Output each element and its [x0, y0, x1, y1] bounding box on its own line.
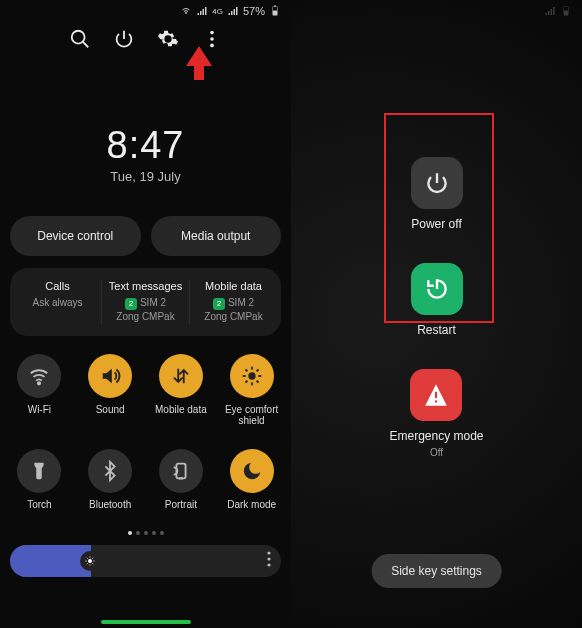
signal-icon	[544, 5, 556, 17]
power-button[interactable]	[113, 28, 135, 50]
media-output-button[interactable]: Media output	[151, 216, 282, 256]
wifi-icon	[17, 354, 61, 398]
sim-calls-col[interactable]: Calls Ask always	[14, 280, 102, 324]
clock-time: 8:47	[0, 124, 291, 167]
dark-mode-tile[interactable]: Dark mode	[218, 449, 285, 521]
clock-date: Tue, 19 July	[0, 169, 291, 184]
device-control-label: Device control	[37, 229, 113, 243]
bluetooth-icon	[88, 449, 132, 493]
battery-icon	[269, 5, 281, 17]
eye-comfort-tile[interactable]: Eye comfort shield	[218, 354, 285, 427]
sim-badge-icon: 2	[213, 298, 225, 310]
status-bar: 4G 57%	[0, 0, 291, 22]
device-control-button[interactable]: Device control	[10, 216, 141, 256]
qs-label: Mobile data	[155, 404, 207, 426]
brightness-slider[interactable]	[10, 545, 281, 577]
side-key-settings-button[interactable]: Side key settings	[371, 554, 502, 588]
emergency-icon	[410, 369, 462, 421]
svg-rect-2	[274, 6, 276, 7]
sound-tile[interactable]: Sound	[77, 354, 144, 427]
portrait-tile[interactable]: Portrait	[148, 449, 215, 521]
brightness-fill	[10, 545, 91, 577]
settings-button[interactable]	[157, 28, 179, 50]
mobile-data-icon	[159, 354, 203, 398]
sim-texts-sub: 2SIM 2Zong CMPak	[106, 296, 185, 324]
restart-label: Restart	[417, 323, 456, 337]
mobile-data-tile[interactable]: Mobile data	[148, 354, 215, 427]
restart-icon	[411, 263, 463, 315]
power-off-label: Power off	[411, 217, 461, 231]
torch-tile[interactable]: Torch	[6, 449, 73, 521]
power-menu-screen: Power off Restart Emergency mode Off Sid…	[291, 0, 582, 628]
sim-data-title: Mobile data	[194, 280, 273, 292]
search-button[interactable]	[69, 28, 91, 50]
more-button[interactable]	[201, 28, 223, 50]
sim-data-col[interactable]: Mobile data 2SIM 2Zong CMPak	[190, 280, 277, 324]
emergency-state: Off	[430, 447, 443, 458]
panel-top-icons	[0, 28, 291, 50]
sound-icon	[88, 354, 132, 398]
svg-point-10	[88, 559, 92, 563]
qs-label: Dark mode	[227, 499, 276, 521]
svg-point-3	[71, 31, 84, 44]
svg-point-11	[267, 551, 270, 554]
sim-data-sub: 2SIM 2Zong CMPak	[194, 296, 273, 324]
battery-icon	[560, 5, 572, 17]
quick-settings-grid: Wi-Fi Sound Mobile data Eye comfort shie…	[6, 354, 285, 521]
network-type: 4G	[212, 7, 223, 16]
svg-point-6	[210, 44, 214, 48]
restart-button[interactable]: Restart	[411, 263, 463, 337]
notification-panel-screen: 4G 57% 8:47 Tue, 19 July Device control …	[0, 0, 291, 628]
bluetooth-tile[interactable]: Bluetooth	[77, 449, 144, 521]
portrait-icon	[159, 449, 203, 493]
emergency-mode-button[interactable]: Emergency mode Off	[389, 369, 483, 458]
battery-pct: 57%	[243, 5, 265, 17]
qs-label: Eye comfort shield	[218, 404, 285, 427]
svg-point-12	[267, 557, 270, 560]
power-icon	[411, 157, 463, 209]
page-indicator	[0, 531, 291, 535]
torch-icon	[17, 449, 61, 493]
sim-calls-sub: Ask always	[18, 296, 97, 310]
annotation-arrow	[186, 46, 212, 80]
sim-texts-col[interactable]: Text messages 2SIM 2Zong CMPak	[102, 280, 190, 324]
emergency-label: Emergency mode	[389, 429, 483, 443]
brightness-thumb	[80, 551, 100, 571]
qs-label: Bluetooth	[89, 499, 131, 521]
sim-badge-icon: 2	[125, 298, 137, 310]
signal-icon	[196, 5, 208, 17]
svg-point-5	[210, 37, 214, 41]
eye-comfort-icon	[230, 354, 274, 398]
qs-label: Sound	[96, 404, 125, 426]
wifi-tile[interactable]: Wi-Fi	[6, 354, 73, 427]
qs-label: Portrait	[165, 499, 197, 521]
svg-point-13	[267, 563, 270, 566]
qs-label: Torch	[27, 499, 51, 521]
clock-block: 8:47 Tue, 19 July	[0, 124, 291, 184]
sim-manager-card[interactable]: Calls Ask always Text messages 2SIM 2Zon…	[10, 268, 281, 336]
gesture-hint-bar	[101, 620, 191, 624]
svg-point-8	[248, 372, 255, 379]
signal2-icon	[227, 5, 239, 17]
svg-point-4	[210, 31, 214, 35]
brightness-more-icon[interactable]	[267, 551, 271, 571]
svg-point-7	[38, 382, 40, 384]
media-output-label: Media output	[181, 229, 250, 243]
qs-label: Wi-Fi	[28, 404, 51, 426]
hotspot-icon	[180, 5, 192, 17]
svg-rect-1	[273, 11, 277, 16]
svg-rect-15	[564, 11, 568, 16]
sim-texts-title: Text messages	[106, 280, 185, 292]
sim-calls-title: Calls	[18, 280, 97, 292]
status-bar	[291, 0, 582, 22]
power-menu-options: Power off Restart Emergency mode Off	[291, 157, 582, 458]
side-key-label: Side key settings	[391, 564, 482, 578]
power-off-button[interactable]: Power off	[411, 157, 463, 231]
dark-mode-icon	[230, 449, 274, 493]
